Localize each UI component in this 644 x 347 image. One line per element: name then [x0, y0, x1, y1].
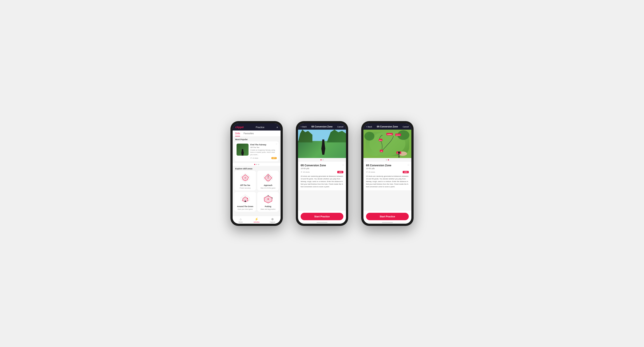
phone-3: < Back 6ft Conversion Zone Cancel — [361, 121, 414, 226]
putting-desc: Make and lag practice — [260, 208, 275, 210]
svg-text:FAIRWAY: FAIRWAY — [387, 134, 392, 135]
bottom-navbar: ⌂ Home ⚡ Activities ⊕ Capture — [232, 216, 280, 224]
shots-count-p3: 20 shots — [368, 171, 375, 173]
drill-yardage-p2: 10-50 yds — [301, 167, 343, 170]
carousel-dots — [232, 163, 280, 166]
phone1-header: clippd Practice ≡ — [232, 123, 280, 131]
approach-name: Approach — [264, 184, 272, 186]
atg-name: Around The Green — [237, 205, 253, 208]
phones-container: clippd Practice ≡ Drills Favourites Most… — [230, 121, 414, 226]
golfer-body-p2 — [320, 139, 326, 155]
back-button-phone3[interactable]: < Back — [366, 126, 372, 128]
skill-grid: Off The Tee Power accuracy — [232, 171, 280, 213]
capture-icon: ⊕ — [271, 217, 274, 221]
favourite-star-p3[interactable]: ☆ — [407, 163, 410, 167]
ott-name: Off The Tee — [240, 184, 250, 186]
drill-title: Find The Fairway — [250, 144, 277, 146]
drill-title-p3: 6ft Conversion Zone — [366, 164, 409, 167]
drill-tag-p2: ARG — [337, 171, 343, 173]
skill-off-the-tee[interactable]: Off The Tee Power accuracy — [234, 171, 256, 191]
svg-line-51 — [398, 154, 400, 155]
svg-point-35 — [268, 199, 268, 200]
favourite-star-p2[interactable]: ☆ — [342, 163, 344, 167]
phone1-header-title: Practice — [256, 126, 264, 129]
svg-text:ROUGH: ROUGH — [396, 134, 400, 136]
image-dots-phone2 — [298, 158, 346, 162]
skill-putting[interactable]: Putting Make and lag practice — [257, 192, 279, 212]
svg-point-34 — [272, 197, 272, 198]
phone-1: clippd Practice ≡ Drills Favourites Most… — [230, 121, 283, 226]
image-dots-phone3 — [364, 158, 412, 162]
dot-1[interactable] — [254, 164, 255, 165]
clock-icon-p2: ⏱ — [301, 171, 302, 173]
svg-line-53 — [399, 156, 400, 158]
skill-around-the-green[interactable]: Around The Green Hone your short game — [234, 192, 256, 212]
phone3-content: Hit Miss FAIRWAY ROUGH S — [364, 130, 412, 211]
img-dot-1-p3[interactable] — [386, 159, 387, 160]
nav-home[interactable]: ⌂ Home — [232, 217, 248, 223]
shots-info: ⏱ 10 shots — [250, 157, 258, 159]
drill-meta-p2: ⏱ 20 shots ARG — [301, 171, 343, 173]
menu-icon[interactable]: ≡ — [277, 126, 278, 129]
activities-label: Activities — [254, 221, 260, 223]
img-dot-2[interactable] — [322, 159, 324, 160]
cancel-button-phone2[interactable]: Cancel — [337, 126, 343, 128]
phone2-header-title: 6ft Conversion Zone — [312, 126, 333, 128]
img-dot-1[interactable] — [320, 159, 322, 160]
approach-desc: Dial-in to hit the green — [260, 187, 275, 189]
nav-activities[interactable]: ⚡ Activities — [248, 217, 264, 223]
tab-drills[interactable]: Drills — [235, 132, 240, 136]
golf-map-scene: Hit Miss FAIRWAY ROUGH S — [364, 130, 412, 158]
drill-meta-p3: ⏱ 20 shots ARG — [366, 171, 409, 173]
clippd-logo: clippd — [235, 126, 244, 129]
svg-point-49 — [398, 151, 400, 154]
ott-icon — [240, 172, 251, 183]
clock-icon: ⏱ — [250, 157, 252, 159]
drill-yardage-p3: 10-50 yds — [366, 167, 409, 170]
bottom-bar-p2 — [298, 222, 346, 224]
drill-info: Find The Fairway Off The Tee Create an i… — [250, 144, 277, 159]
favourite-icon[interactable]: ☆ — [276, 143, 278, 145]
ott-desc: Power accuracy — [240, 187, 251, 189]
nav-capture[interactable]: ⊕ Capture — [265, 217, 280, 223]
golfer-silhouette — [320, 139, 326, 155]
drill-detail-section-p3: ☆ 6ft Conversion Zone 10-50 yds ⏱ 20 sho… — [364, 162, 412, 190]
svg-point-7 — [245, 177, 246, 178]
img-dot-2-p3[interactable] — [388, 159, 389, 160]
phone-2: < Back 6ft Conversion Zone Cancel — [296, 121, 348, 226]
skill-approach[interactable]: Approach Dial-in to hit the green — [257, 171, 279, 191]
tab-favourites[interactable]: Favourites — [244, 132, 254, 136]
dot-2[interactable] — [256, 164, 257, 165]
drill-detail-section: ☆ 6ft Conversion Zone 10-50 yds ⏱ 20 sho… — [298, 162, 346, 190]
activities-icon: ⚡ — [255, 217, 258, 221]
trees-right — [327, 130, 346, 143]
featured-drill-card[interactable]: ☆ Find The Fairway Off The Tee Create an… — [234, 141, 279, 161]
svg-text:Miss: Miss — [379, 140, 382, 141]
putting-icon — [263, 194, 274, 204]
start-practice-button-p3[interactable]: Start Practice — [366, 213, 409, 220]
svg-point-37 — [364, 132, 374, 141]
dot-3[interactable] — [258, 164, 259, 165]
atg-desc: Hone your short game — [238, 208, 253, 210]
home-icon: ⌂ — [240, 217, 241, 221]
phone2-content: ☆ 6ft Conversion Zone 10-50 yds ⏱ 20 sho… — [298, 130, 346, 211]
back-button-phone2[interactable]: < Back — [301, 126, 307, 128]
home-indicator-p2 — [316, 222, 328, 223]
shots-row-p2: ⏱ 20 shots — [301, 171, 310, 173]
cancel-button-phone3[interactable]: Cancel — [403, 126, 409, 128]
shots-count-p2: 20 shots — [303, 171, 310, 173]
svg-point-33 — [268, 195, 268, 196]
svg-point-15 — [268, 176, 268, 177]
golf-photo-scene — [298, 130, 346, 158]
phone1-content: Most Popular ☆ Find The Fairway Off The … — [232, 137, 280, 216]
drill-description-p2: 20 shots are randomly generated at dista… — [301, 175, 343, 188]
start-practice-button-p2[interactable]: Start Practice — [301, 213, 343, 220]
drill-subtitle: Off The Tee — [250, 146, 277, 148]
phone-1-screen: clippd Practice ≡ Drills Favourites Most… — [232, 123, 280, 224]
drill-description: Create an imaginary fairway using trees … — [250, 149, 277, 156]
svg-point-25 — [247, 198, 248, 199]
golfer-figure — [240, 149, 245, 156]
capture-label: Capture — [270, 221, 275, 223]
approach-icon — [263, 172, 274, 183]
home-label: Home — [238, 221, 243, 223]
